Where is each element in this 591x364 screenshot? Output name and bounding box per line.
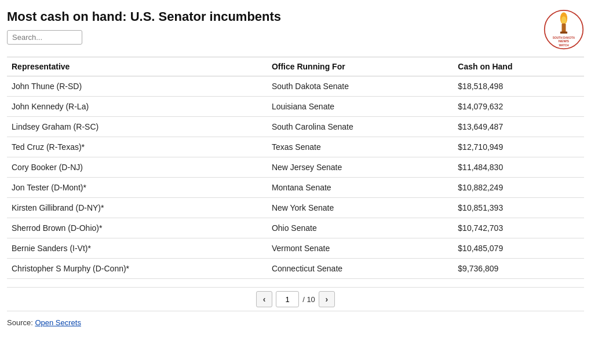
cell-cash: $10,485,079 [453,238,584,259]
pagination-area: ‹ / 10 › [7,287,584,311]
cell-office: Connecticut Senate [267,259,453,279]
cell-representative: Ted Cruz (R-Texas)* [7,137,267,157]
table-header: Representative Office Running For Cash o… [7,57,584,76]
cell-office: South Dakota Senate [267,76,453,97]
col-office: Office Running For [267,57,453,76]
page-title: Most cash on hand: U.S. Senator incumben… [7,9,534,24]
table-row: John Thune (R-SD)South Dakota Senate$18,… [7,76,584,97]
cell-representative: John Kennedy (R-La) [7,97,267,117]
table-row: Jon Tester (D-Mont)*Montana Senate$10,88… [7,178,584,198]
svg-text:WATCH: WATCH [559,44,569,47]
title-search-area: Most cash on hand: U.S. Senator incumben… [7,9,534,45]
cell-representative: Cory Booker (D-NJ) [7,157,267,178]
cell-cash: $14,079,632 [453,97,584,117]
cell-office: New York Senate [267,198,453,218]
page-number-input[interactable] [276,291,299,307]
cell-cash: $11,484,830 [453,157,584,178]
cell-representative: Sherrod Brown (D-Ohio)* [7,218,267,238]
table-row: Bernie Sanders (I-Vt)*Vermont Senate$10,… [7,238,584,259]
cell-office: Ohio Senate [267,218,453,238]
cell-cash: $13,649,487 [453,117,584,137]
cell-representative: Kirsten Gillibrand (D-NY)* [7,198,267,218]
logo-icon: SOUTH DAKOTA NEWS WATCH [543,9,584,50]
col-cash: Cash on Hand [453,57,584,76]
data-table: Representative Office Running For Cash o… [7,57,584,279]
source-label: Source: [7,318,35,327]
table-row: Christopher S Murphy (D-Conn)*Connecticu… [7,259,584,279]
search-input[interactable] [7,30,82,45]
header-area: Most cash on hand: U.S. Senator incumben… [7,9,584,50]
cell-office: New Jersey Senate [267,157,453,178]
cell-cash: $18,518,498 [453,76,584,97]
svg-rect-2 [562,24,566,33]
col-representative: Representative [7,57,267,76]
source-link[interactable]: Open Secrets [35,318,81,327]
svg-rect-3 [560,32,567,34]
prev-page-button[interactable]: ‹ [256,291,272,307]
svg-text:NEWS: NEWS [559,39,569,43]
cell-cash: $10,882,249 [453,178,584,198]
table-row: Sherrod Brown (D-Ohio)*Ohio Senate$10,74… [7,218,584,238]
logo-area: SOUTH DAKOTA NEWS WATCH [543,9,584,50]
cell-office: Texas Senate [267,137,453,157]
table-row: Ted Cruz (R-Texas)*Texas Senate$12,710,9… [7,137,584,157]
cell-cash: $10,851,393 [453,198,584,218]
cell-office: Louisiana Senate [267,97,453,117]
page-total: / 10 [302,295,315,304]
svg-point-1 [561,16,567,24]
table-header-row: Representative Office Running For Cash o… [7,57,584,76]
cell-office: Vermont Senate [267,238,453,259]
source-area: Source: Open Secrets [7,318,584,327]
table-row: John Kennedy (R-La)Louisiana Senate$14,0… [7,97,584,117]
cell-representative: Bernie Sanders (I-Vt)* [7,238,267,259]
cell-representative: Christopher S Murphy (D-Conn)* [7,259,267,279]
table-row: Lindsey Graham (R-SC)South Carolina Sena… [7,117,584,137]
cell-cash: $9,736,809 [453,259,584,279]
cell-office: Montana Senate [267,178,453,198]
cell-representative: Lindsey Graham (R-SC) [7,117,267,137]
table-row: Kirsten Gillibrand (D-NY)*New York Senat… [7,198,584,218]
cell-cash: $12,710,949 [453,137,584,157]
table-body: John Thune (R-SD)South Dakota Senate$18,… [7,76,584,279]
cell-office: South Carolina Senate [267,117,453,137]
cell-representative: Jon Tester (D-Mont)* [7,178,267,198]
cell-cash: $10,742,703 [453,218,584,238]
table-row: Cory Booker (D-NJ)New Jersey Senate$11,4… [7,157,584,178]
next-page-button[interactable]: › [319,291,335,307]
cell-representative: John Thune (R-SD) [7,76,267,97]
page-container: Most cash on hand: U.S. Senator incumben… [0,0,591,334]
